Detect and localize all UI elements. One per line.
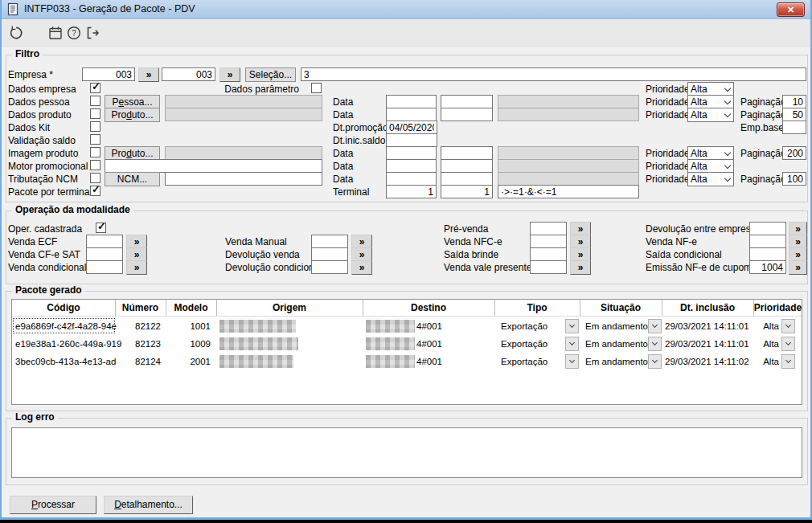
produto-button[interactable]: Produto...: [105, 108, 160, 122]
validacao-saldo-checkbox[interactable]: [90, 134, 100, 145]
imagem-data-from-input[interactable]: [386, 146, 437, 160]
emissao-nfe-cupom-input[interactable]: [749, 260, 786, 274]
paginacao-ncm-input[interactable]: [782, 172, 806, 186]
detalhamento-button[interactable]: Detalhamento...: [104, 496, 193, 514]
col-header-origem[interactable]: Origem: [216, 300, 363, 316]
exit-icon[interactable]: [84, 25, 102, 43]
saida-brinde-input[interactable]: [530, 247, 567, 261]
dt-inic-saldo-input[interactable]: [386, 133, 437, 147]
prioridade-select[interactable]: [781, 319, 795, 333]
empresa-to-lookup-button[interactable]: »: [219, 67, 240, 82]
produto-data-from-input[interactable]: [386, 108, 437, 121]
terminal-to-input[interactable]: [441, 185, 493, 198]
ncm-button[interactable]: NCM...: [105, 172, 160, 186]
motor-promocional-checkbox[interactable]: [90, 160, 100, 170]
venda-vale-presente-input[interactable]: [530, 260, 567, 274]
col-header-tipo[interactable]: Tipo: [494, 300, 580, 316]
venda-nfce-input[interactable]: [530, 235, 567, 248]
imagem-produto-checkbox[interactable]: [90, 147, 100, 157]
dados-produto-checkbox[interactable]: [90, 108, 100, 119]
paginacao-pessoa-input[interactable]: [782, 95, 806, 108]
col-header-codigo[interactable]: Código: [12, 300, 115, 316]
tipo-select[interactable]: [565, 354, 579, 369]
pacote-por-terminal-checkbox[interactable]: [90, 186, 100, 196]
situacao-select[interactable]: [648, 354, 662, 369]
cell-codigo[interactable]: e19e38a1-260c-449a-919: [15, 335, 121, 353]
venda-manual-input[interactable]: [311, 235, 348, 248]
dados-pessoa-checkbox[interactable]: [90, 96, 100, 106]
selecao-button[interactable]: Seleção...: [245, 67, 296, 82]
col-header-dt-inclusao[interactable]: Dt. inclusão: [662, 300, 753, 316]
pacote-table[interactable]: Código Número Modelo Origem Destino Tipo…: [11, 299, 802, 405]
title-bar[interactable]: INTFP033 - Geração de Pacote - PDV ✕: [2, 0, 810, 19]
motor-promocional-input[interactable]: [105, 159, 322, 173]
ncm-extra-field: [498, 172, 639, 186]
imagem-data-to-input[interactable]: [441, 146, 493, 160]
devolucao-venda-input[interactable]: [311, 247, 348, 261]
dados-empresa-checkbox[interactable]: [90, 83, 100, 93]
dt-promocao-input[interactable]: [386, 121, 437, 134]
motor-data-to-input[interactable]: [441, 159, 493, 173]
pessoa-data-to-input[interactable]: [441, 95, 493, 108]
dados-kit-checkbox[interactable]: [90, 121, 100, 132]
col-header-modelo[interactable]: Modelo: [166, 300, 216, 316]
devolucao-condicional-lookup-button[interactable]: »: [351, 260, 372, 275]
situacao-select[interactable]: [648, 319, 662, 333]
venda-condicional-input[interactable]: [86, 260, 123, 274]
saida-condicional-input[interactable]: [749, 247, 786, 261]
paginacao-imagem-input[interactable]: [782, 146, 806, 160]
motor-extra-field: [498, 159, 639, 173]
tributacao-ncm-checkbox[interactable]: [90, 173, 100, 183]
pre-venda-input[interactable]: [530, 222, 567, 235]
emp-base-input[interactable]: [782, 121, 806, 134]
help-icon[interactable]: ?: [66, 25, 84, 43]
paginacao-label: Paginação: [740, 147, 786, 161]
cell-situacao: Em andamento: [585, 353, 648, 370]
cell-codigo[interactable]: e9a6869f-c42f-4a28-94e: [15, 317, 117, 335]
empresa-from-lookup-button[interactable]: »: [138, 67, 159, 82]
prioridade-select[interactable]: [781, 337, 795, 351]
cell-codigo[interactable]: 3bec09cb-413a-4e13-ad: [15, 353, 116, 370]
col-header-destino[interactable]: Destino: [363, 300, 494, 316]
venda-ecf-input[interactable]: [86, 235, 123, 248]
venda-vale-presente-lookup-button[interactable]: »: [570, 260, 591, 275]
empresa-from-input[interactable]: [82, 67, 135, 81]
ncm-input[interactable]: [165, 172, 322, 186]
ncm-data-to-input[interactable]: [441, 172, 493, 186]
empresa-to-input[interactable]: [162, 67, 215, 81]
prioridade-value: Alta: [691, 96, 707, 108]
devolucao-entre-empresa-input[interactable]: [749, 222, 786, 235]
cell-origem-redacted: [219, 355, 293, 368]
venda-condicional-lookup-button[interactable]: »: [126, 260, 147, 275]
paginacao-produto-input[interactable]: [782, 108, 806, 121]
oper-cadastrada-checkbox[interactable]: [96, 223, 106, 233]
prioridade-select-dados-produto[interactable]: Alta: [687, 108, 734, 122]
tipo-select[interactable]: [565, 319, 579, 333]
prioridade-select-ncm[interactable]: Alta: [687, 172, 734, 186]
situacao-select[interactable]: [648, 337, 662, 351]
tipo-select[interactable]: [565, 337, 579, 351]
venda-nfe-input[interactable]: [749, 235, 786, 248]
data-label: Data: [333, 108, 353, 122]
calendar-icon[interactable]: [47, 25, 65, 43]
terminal-expression-input[interactable]: [498, 185, 639, 198]
col-header-numero[interactable]: Número: [115, 300, 166, 316]
empresa-selection-input[interactable]: [301, 67, 806, 81]
terminal-from-input[interactable]: [386, 185, 437, 198]
devolucao-condicional-input[interactable]: [311, 260, 348, 274]
prioridade-select[interactable]: [781, 354, 795, 369]
log-erro-textarea[interactable]: [11, 427, 802, 478]
produto-data-to-input[interactable]: [441, 108, 493, 121]
motor-data-from-input[interactable]: [386, 159, 437, 173]
col-header-situacao[interactable]: Situação: [580, 300, 662, 316]
col-header-prioridade[interactable]: Prioridade: [753, 300, 802, 316]
venda-cfe-sat-input[interactable]: [86, 247, 123, 261]
dados-parametro-checkbox[interactable]: [311, 83, 322, 93]
close-button[interactable]: ✕: [777, 2, 805, 17]
pessoa-data-from-input[interactable]: [386, 95, 437, 108]
prioridade-value: Alta: [691, 174, 707, 185]
emissao-nfe-cupom-lookup-button[interactable]: »: [789, 260, 807, 275]
processar-button[interactable]: Processar: [10, 496, 96, 514]
refresh-icon[interactable]: [8, 25, 26, 43]
ncm-data-from-input[interactable]: [386, 172, 437, 186]
